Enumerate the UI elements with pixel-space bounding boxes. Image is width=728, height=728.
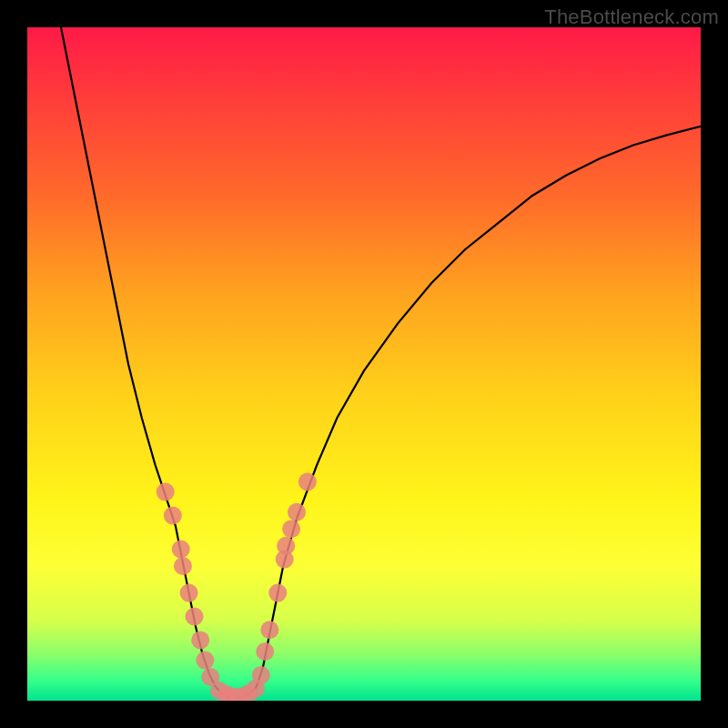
marker-dot [282,520,300,538]
plot-area [27,27,701,701]
marker-dot [268,584,287,602]
marker-dot [180,584,198,602]
chart-svg [27,27,701,701]
marker-dot [186,608,204,626]
series-right-branch [257,126,701,687]
marker-dot [256,642,274,661]
marker-dot [157,483,175,501]
marker-dot [196,652,214,670]
marker-dot [252,666,270,684]
marker-dot [277,537,295,555]
marker-dot [260,621,278,639]
chart-frame: TheBottleneck.com [0,0,728,728]
marker-dot [174,557,192,575]
marker-dot [191,631,209,649]
watermark-text: TheBottleneck.com [544,5,719,29]
marker-dot [288,503,306,521]
marker-dot [172,541,190,559]
series-group [61,27,701,697]
markers-group [157,473,317,702]
marker-dot [164,507,182,525]
marker-dot [298,473,317,491]
